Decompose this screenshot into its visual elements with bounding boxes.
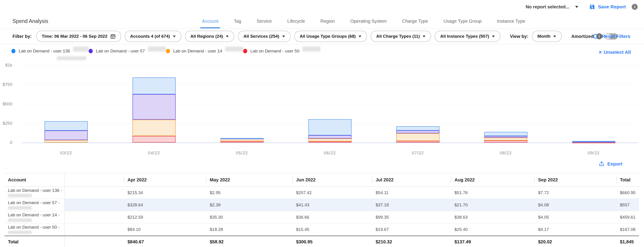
- filter-dropdown-accounts-4-of-674-[interactable]: Accounts 4 (of 674): [125, 31, 181, 42]
- bar-segment[interactable]: [132, 94, 176, 120]
- info-icon[interactable]: i: [632, 4, 638, 10]
- report-selector-value: No report selected...: [526, 4, 569, 9]
- value-cell: $212.59: [124, 211, 206, 223]
- export-button[interactable]: Export: [599, 161, 622, 167]
- bar-segment[interactable]: [132, 136, 176, 143]
- tab-account[interactable]: Account: [202, 14, 219, 28]
- filter-dropdown-all-charge-types-11-[interactable]: All Charge Types (11): [371, 31, 431, 42]
- tab-service[interactable]: Service: [256, 14, 272, 28]
- bar-segment[interactable]: [484, 138, 528, 141]
- report-selector-dropdown[interactable]: No report selected...: [526, 4, 578, 9]
- tab-instance-type[interactable]: Instance Type: [496, 14, 526, 28]
- legend-item[interactable]: Lab on Demand - user 14: [166, 49, 243, 54]
- filter-dropdown-label: All Charge Types (11): [376, 34, 420, 39]
- column-header[interactable]: May 2022: [206, 173, 292, 186]
- gridline: [22, 104, 638, 104]
- bar-segment[interactable]: [396, 126, 440, 130]
- unselect-all-button[interactable]: × Unselect All: [599, 49, 631, 55]
- table-row[interactable]: Lab on Demand - user 136 -$215.34$2.95$2…: [4, 187, 639, 199]
- chart-legend: Lab on Demand - user 136Lab on Demand - …: [11, 49, 320, 54]
- legend-dot-icon: [11, 49, 16, 53]
- column-header-account[interactable]: Account: [4, 173, 65, 186]
- filter-dropdown-all-regions-24-[interactable]: All Regions (24): [185, 31, 234, 42]
- bar-segment[interactable]: [132, 77, 176, 94]
- redacted-text: [57, 56, 86, 60]
- value-cell: $215.34: [124, 187, 206, 199]
- value-cell: $459.61: [616, 211, 639, 223]
- bar-segment[interactable]: [44, 140, 88, 143]
- spend-analysis-page: No report selected... Save Report i Spen…: [0, 0, 644, 247]
- filter-dropdown-all-instance-types-507-[interactable]: All Instance Types (507): [435, 31, 500, 42]
- value-cell: $36.66: [292, 211, 372, 223]
- tab-operating-system[interactable]: Operating System: [350, 14, 387, 28]
- bar-segment[interactable]: [308, 135, 352, 138]
- column-header[interactable]: Aug 2022: [451, 173, 534, 186]
- column-header[interactable]: Total: [616, 173, 639, 186]
- column-header[interactable]: Apr 2022: [124, 173, 206, 186]
- bar-segment[interactable]: [308, 138, 352, 141]
- y-axis-tick-label: $1k: [0, 63, 12, 68]
- redacted-text: [73, 46, 88, 51]
- column-header-spacer: [65, 173, 124, 186]
- tab-region[interactable]: Region: [320, 14, 335, 28]
- bar-segment[interactable]: [44, 131, 88, 140]
- value-cell: $167.08: [616, 223, 639, 236]
- bar-segment[interactable]: [308, 119, 352, 135]
- bar-segment[interactable]: [396, 141, 440, 143]
- amortized-label: Amortized: [571, 34, 594, 39]
- table-row[interactable]: Lab on Demand - user 57 -$328.64$2.39$41…: [4, 199, 639, 211]
- account-cell: Lab on Demand - user 14 -: [4, 211, 65, 223]
- total-value-cell: $58.92: [206, 236, 292, 247]
- tab-usage-type-group[interactable]: Usage Type Group: [443, 14, 482, 28]
- account-name: Lab on Demand - user 136 -: [8, 188, 62, 193]
- bar-segment[interactable]: [308, 141, 352, 143]
- chevron-down-icon: [282, 35, 285, 37]
- total-value-cell: $300.95: [292, 236, 372, 247]
- value-cell: $38.63: [451, 211, 534, 223]
- spacer-cell: [65, 187, 124, 199]
- bar-segment[interactable]: [220, 141, 264, 143]
- reset-filters-button[interactable]: Reset Filters: [593, 33, 630, 39]
- bar-segment[interactable]: [572, 141, 615, 142]
- tab-charge-type[interactable]: Charge Type: [402, 14, 428, 28]
- legend-item[interactable]: Lab on Demand - user 50: [243, 49, 320, 54]
- legend-label: Lab on Demand - user 14: [173, 49, 222, 54]
- x-axis-tick-label: 07/22: [396, 151, 440, 156]
- chevron-down-icon: [575, 6, 578, 8]
- bar-segment[interactable]: [132, 120, 176, 136]
- value-cell: $41.43: [292, 199, 372, 211]
- column-header[interactable]: Sep 2022: [534, 173, 616, 186]
- account-lines: Lab on Demand - user 50 -: [8, 225, 60, 234]
- x-axis-tick-label: 05/22: [220, 151, 264, 156]
- legend-item[interactable]: Lab on Demand - user 136: [11, 49, 88, 54]
- redacted-text: [8, 206, 32, 210]
- view-by-dropdown[interactable]: Month: [532, 31, 562, 42]
- bar-segment[interactable]: [484, 141, 528, 143]
- bar-segment[interactable]: [484, 132, 528, 136]
- redacted-text: [8, 194, 32, 197]
- time-filter-button[interactable]: Time: 06 Mar 2022 - 06 Sep 2022: [36, 31, 121, 42]
- filter-dropdown-all-services-254-[interactable]: All Services (254): [238, 31, 290, 42]
- filter-dropdown-all-usage-type-groups-68-[interactable]: All Usage Type Groups (68): [294, 31, 367, 42]
- tab-tag[interactable]: Tag: [234, 14, 242, 28]
- x-axis-tick-label: 09/22: [572, 151, 615, 156]
- filter-by-label: Filter by:: [12, 34, 32, 39]
- legend-item[interactable]: Lab on Demand - user 57: [88, 49, 166, 54]
- column-header[interactable]: Jul 2022: [372, 173, 451, 186]
- value-cell: $2.39: [206, 199, 292, 211]
- gridline: [22, 84, 638, 85]
- value-cell: $35.30: [206, 211, 292, 223]
- table-row[interactable]: Lab on Demand - user 14 -$212.59$35.30$3…: [4, 211, 639, 223]
- save-report-button[interactable]: Save Report: [589, 4, 626, 10]
- bar-segment[interactable]: [44, 121, 88, 131]
- bar-segment[interactable]: [220, 138, 264, 139]
- bar-segment[interactable]: [396, 131, 440, 133]
- tab-lifecycle[interactable]: Lifecycle: [287, 14, 306, 28]
- column-header[interactable]: Jun 2022: [292, 173, 372, 186]
- save-report-label: Save Report: [598, 4, 626, 9]
- table-row[interactable]: Lab on Demand - user 50 -$84.10$18.28$15…: [4, 223, 639, 236]
- value-cell: $25.40: [451, 223, 534, 236]
- bar-segment[interactable]: [396, 133, 440, 141]
- bar-segment[interactable]: [484, 136, 528, 138]
- x-axis-tick-label: 08/22: [484, 151, 528, 156]
